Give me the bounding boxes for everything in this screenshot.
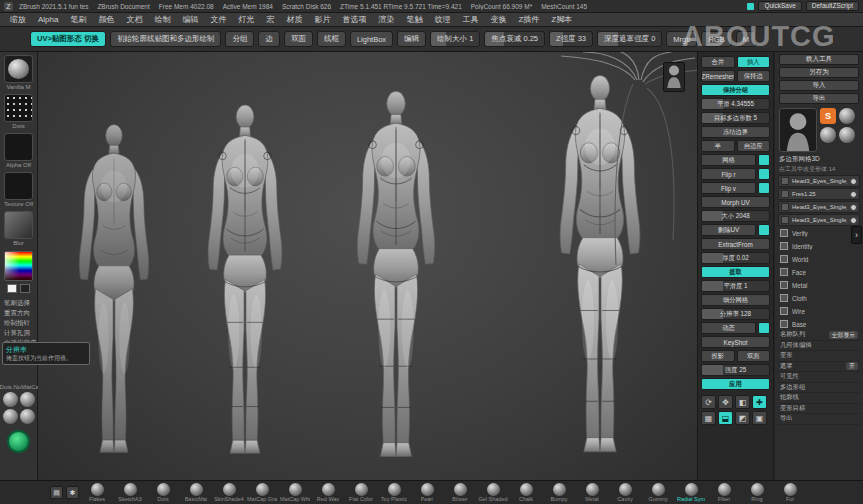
menu-item[interactable]: 颜色 bbox=[93, 13, 119, 26]
material-swatch-item[interactable]: Gummy bbox=[643, 483, 673, 503]
menu-item[interactable]: 纹理 bbox=[429, 13, 455, 26]
gizmo-icon-button[interactable]: ▣ bbox=[752, 411, 767, 425]
material-swatch-item[interactable]: Red Wax bbox=[313, 483, 343, 503]
toolbar-button[interactable]: 绘制大小 1 bbox=[430, 31, 480, 47]
tool-list-row[interactable]: World bbox=[778, 253, 860, 265]
tool-panel-button[interactable]: 强度 25 bbox=[701, 364, 770, 376]
subpalette-row[interactable]: 遮罩 开 bbox=[778, 362, 860, 373]
tool-panel-button[interactable]: 动态 bbox=[701, 322, 756, 334]
visibility-eye-icon[interactable] bbox=[850, 191, 857, 198]
material-swatch-item[interactable]: Dots bbox=[148, 483, 178, 503]
texture-thumbnail[interactable] bbox=[4, 172, 33, 200]
keyshot-badge-icon[interactable]: S bbox=[820, 108, 836, 124]
material-swatch-item[interactable]: Metal bbox=[577, 483, 607, 503]
subpalette-row[interactable]: 变形目标 bbox=[778, 404, 860, 415]
subpalette-row[interactable]: 几何体编辑 bbox=[778, 341, 860, 352]
material-swatch-item[interactable]: Pearl bbox=[412, 483, 442, 503]
custom-color-ring[interactable] bbox=[7, 430, 30, 453]
toolbar-button[interactable]: RGB bbox=[701, 31, 731, 47]
subtool-row[interactable]: Head3_Eyes_Single_lc bbox=[778, 214, 860, 226]
model-figure-anatomical[interactable] bbox=[58, 118, 170, 470]
menu-item[interactable]: 渲染 bbox=[373, 13, 399, 26]
gizmo-icon-button[interactable]: ✚ bbox=[752, 395, 767, 409]
tool-file-button[interactable]: 载入工具 bbox=[779, 54, 859, 65]
shelf-menu-item[interactable]: 绘制指针 bbox=[0, 318, 37, 328]
tool-panel-button[interactable]: 平滑 4.34555 bbox=[701, 98, 770, 110]
subpalette-row[interactable]: 名称队列 全部显示 bbox=[778, 330, 860, 341]
tool-panel-button[interactable]: 保持分组 bbox=[701, 84, 770, 96]
tool-panel-button[interactable]: 投影 bbox=[701, 350, 735, 362]
material-swatch-item[interactable]: SkinShade4 bbox=[214, 483, 244, 503]
tool-list-row[interactable]: Metal bbox=[778, 279, 860, 291]
shelf-menu-item[interactable]: 重置方向 bbox=[0, 308, 37, 318]
toolbar-button[interactable]: 分组 bbox=[225, 31, 254, 47]
gizmo-icon-button[interactable]: ✥ bbox=[718, 395, 733, 409]
tool-list-row[interactable]: Identity bbox=[778, 240, 860, 252]
tool-file-button[interactable]: 导出 bbox=[779, 93, 859, 104]
menu-item[interactable]: 材质 bbox=[281, 13, 307, 26]
toolbar-button[interactable]: 初始轮廓线贴图和多边形绘制 bbox=[110, 31, 222, 47]
brush-mini-thumbnail[interactable] bbox=[20, 409, 35, 424]
tool-panel-button[interactable]: 平滑度 1 bbox=[701, 280, 770, 292]
material-swatch-item[interactable]: Bumpy bbox=[544, 483, 574, 503]
toolbar-button[interactable]: 边 bbox=[258, 31, 280, 47]
tool-mini-thumbnail[interactable] bbox=[839, 108, 855, 124]
gizmo-icon-button[interactable]: ◧ bbox=[735, 395, 750, 409]
tool-panel-toggle[interactable]: 插入 bbox=[737, 56, 771, 68]
alpha-thumbnail[interactable] bbox=[4, 133, 33, 161]
model-figure-android-cabled[interactable] bbox=[525, 68, 675, 472]
subpalette-chip[interactable]: 全部显示 bbox=[829, 331, 858, 339]
brush-thumbnail[interactable] bbox=[4, 94, 33, 122]
material-swatch-item[interactable]: Radial Sym bbox=[676, 483, 706, 503]
tool-list-row[interactable]: Base bbox=[778, 318, 860, 330]
current-tool-thumbnail[interactable] bbox=[779, 108, 817, 152]
gizmo-icon-button[interactable]: ◩ bbox=[735, 411, 750, 425]
secondary-color-swatch[interactable] bbox=[20, 284, 30, 293]
tool-panel-button[interactable]: 网格 bbox=[701, 154, 756, 166]
material-swatch-item[interactable]: MatCap Gray bbox=[247, 483, 277, 503]
tool-panel-button[interactable]: 大小 2048 bbox=[701, 210, 770, 222]
material-swatch-item[interactable]: Flakes bbox=[82, 483, 112, 503]
tool-panel-button[interactable]: 应用 bbox=[701, 378, 770, 390]
title-bar-button[interactable]: QuickSave bbox=[758, 1, 801, 11]
menu-item[interactable]: 工具 bbox=[457, 13, 483, 26]
stroke-thumbnail[interactable] bbox=[4, 211, 33, 239]
menu-item[interactable]: 灯光 bbox=[233, 13, 259, 26]
toolbar-button[interactable]: 深度遮罩强度 0 bbox=[597, 31, 662, 47]
nav-head-thumbnail[interactable] bbox=[663, 62, 685, 92]
toolbar-button[interactable]: 双面 bbox=[284, 31, 313, 47]
tool-panel-toggle[interactable] bbox=[758, 154, 770, 166]
menu-item[interactable]: 绘制 bbox=[149, 13, 175, 26]
tool-panel-button[interactable]: Flip r bbox=[701, 168, 756, 180]
material-swatch-item[interactable]: Toy Plastic bbox=[379, 483, 409, 503]
subpalette-chip[interactable]: 开 bbox=[846, 362, 858, 370]
material-swatch-item[interactable]: Fiber bbox=[709, 483, 739, 503]
tool-panel-button[interactable]: 半 bbox=[701, 140, 735, 152]
toolbar-button[interactable]: M bbox=[736, 31, 756, 47]
subpalette-row[interactable]: 变形 bbox=[778, 351, 860, 362]
tool-panel-button[interactable]: Flip v bbox=[701, 182, 756, 194]
visibility-eye-icon[interactable] bbox=[850, 204, 857, 211]
toolbar-button[interactable]: Z强度 33 bbox=[549, 31, 593, 47]
shelf-menu-item[interactable]: 计算孔洞 bbox=[0, 328, 37, 338]
tool-panel-button[interactable]: 提取 bbox=[701, 266, 770, 278]
gizmo-icon-button[interactable]: ⬓ bbox=[718, 411, 733, 425]
tool-list-row[interactable]: Cloth bbox=[778, 292, 860, 304]
tool-panel-button[interactable]: 目标多边形数 5 bbox=[701, 112, 770, 124]
toolbar-button[interactable]: LightBox bbox=[350, 31, 393, 47]
tool-mini-thumbnail[interactable] bbox=[820, 127, 836, 143]
material-swatch-item[interactable]: Flat Color bbox=[346, 483, 376, 503]
accent-swatch-icon[interactable] bbox=[747, 3, 754, 10]
menu-item[interactable]: 笔刷 bbox=[65, 13, 91, 26]
menu-item[interactable]: Z插件 bbox=[513, 13, 544, 26]
tool-panel-toggle[interactable]: 保持边 bbox=[737, 70, 771, 82]
tool-panel-toggle[interactable]: 双面 bbox=[737, 350, 771, 362]
menu-item[interactable]: Alpha bbox=[33, 14, 63, 25]
tool-panel-button[interactable]: 厚度 0.02 bbox=[701, 252, 770, 264]
tool-panel-button[interactable]: Morph UV bbox=[701, 196, 770, 208]
gizmo-icon-button[interactable]: ⟳ bbox=[701, 395, 716, 409]
shelf-menu-item[interactable]: 笔刷选择 bbox=[0, 298, 37, 308]
tool-list-row[interactable]: Face bbox=[778, 266, 860, 278]
main-color-swatch[interactable] bbox=[7, 284, 17, 293]
visibility-eye-icon[interactable] bbox=[850, 178, 857, 185]
